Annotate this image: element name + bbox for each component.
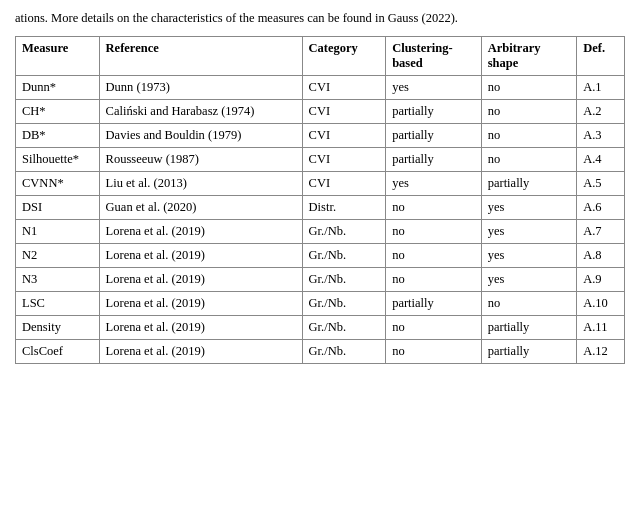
header-def: Def.: [577, 36, 625, 75]
cell-clustering: partially: [386, 123, 482, 147]
cell-arbitrary: yes: [481, 195, 577, 219]
cell-arbitrary: partially: [481, 339, 577, 363]
cell-def: A.11: [577, 315, 625, 339]
cell-def: A.5: [577, 171, 625, 195]
cell-measure: N3: [16, 267, 100, 291]
cell-clustering: no: [386, 195, 482, 219]
cell-def: A.1: [577, 75, 625, 99]
cell-reference: Liu et al. (2013): [99, 171, 302, 195]
table-row: LSCLorena et al. (2019)Gr./Nb.partiallyn…: [16, 291, 625, 315]
cell-category: Gr./Nb.: [302, 339, 386, 363]
cell-clustering: no: [386, 243, 482, 267]
table-row: DensityLorena et al. (2019)Gr./Nb.nopart…: [16, 315, 625, 339]
cell-measure: ClsCoef: [16, 339, 100, 363]
cell-reference: Lorena et al. (2019): [99, 315, 302, 339]
cell-clustering: no: [386, 267, 482, 291]
cell-category: Gr./Nb.: [302, 267, 386, 291]
table-row: N2Lorena et al. (2019)Gr./Nb.noyesA.8: [16, 243, 625, 267]
table-row: N1Lorena et al. (2019)Gr./Nb.noyesA.7: [16, 219, 625, 243]
header-category: Category: [302, 36, 386, 75]
cell-category: Gr./Nb.: [302, 315, 386, 339]
cell-clustering: yes: [386, 171, 482, 195]
cell-reference: Lorena et al. (2019): [99, 219, 302, 243]
table-row: ClsCoefLorena et al. (2019)Gr./Nb.nopart…: [16, 339, 625, 363]
header-clustering: Clustering-based: [386, 36, 482, 75]
intro-text: ations. More details on the characterist…: [15, 10, 625, 28]
cell-measure: DB*: [16, 123, 100, 147]
table-row: Dunn*Dunn (1973)CVIyesnoA.1: [16, 75, 625, 99]
table-row: CH*Caliński and Harabasz (1974)CVIpartia…: [16, 99, 625, 123]
cell-arbitrary: partially: [481, 171, 577, 195]
cell-clustering: no: [386, 315, 482, 339]
header-measure: Measure: [16, 36, 100, 75]
cell-arbitrary: yes: [481, 219, 577, 243]
cell-clustering: no: [386, 219, 482, 243]
cell-category: CVI: [302, 75, 386, 99]
cell-def: A.12: [577, 339, 625, 363]
cell-measure: LSC: [16, 291, 100, 315]
cell-clustering: yes: [386, 75, 482, 99]
cell-arbitrary: no: [481, 291, 577, 315]
cell-clustering: partially: [386, 291, 482, 315]
measures-table: Measure Reference Category Clustering-ba…: [15, 36, 625, 364]
cell-def: A.8: [577, 243, 625, 267]
table-row: CVNN*Liu et al. (2013)CVIyespartiallyA.5: [16, 171, 625, 195]
cell-reference: Lorena et al. (2019): [99, 243, 302, 267]
cell-def: A.7: [577, 219, 625, 243]
table-row: DSIGuan et al. (2020)Distr.noyesA.6: [16, 195, 625, 219]
table-row: DB*Davies and Bouldin (1979)CVIpartially…: [16, 123, 625, 147]
table-header-row: Measure Reference Category Clustering-ba…: [16, 36, 625, 75]
cell-category: Distr.: [302, 195, 386, 219]
header-reference: Reference: [99, 36, 302, 75]
cell-def: A.3: [577, 123, 625, 147]
cell-category: CVI: [302, 123, 386, 147]
header-arbitrary: Arbitraryshape: [481, 36, 577, 75]
cell-measure: CVNN*: [16, 171, 100, 195]
cell-def: A.2: [577, 99, 625, 123]
cell-measure: CH*: [16, 99, 100, 123]
cell-arbitrary: partially: [481, 315, 577, 339]
cell-measure: Density: [16, 315, 100, 339]
cell-def: A.9: [577, 267, 625, 291]
cell-reference: Dunn (1973): [99, 75, 302, 99]
cell-def: A.4: [577, 147, 625, 171]
cell-category: Gr./Nb.: [302, 291, 386, 315]
cell-reference: Guan et al. (2020): [99, 195, 302, 219]
cell-reference: Lorena et al. (2019): [99, 339, 302, 363]
cell-measure: DSI: [16, 195, 100, 219]
cell-clustering: partially: [386, 99, 482, 123]
cell-reference: Caliński and Harabasz (1974): [99, 99, 302, 123]
cell-arbitrary: yes: [481, 267, 577, 291]
cell-measure: N2: [16, 243, 100, 267]
cell-measure: N1: [16, 219, 100, 243]
cell-reference: Lorena et al. (2019): [99, 267, 302, 291]
cell-measure: Dunn*: [16, 75, 100, 99]
cell-reference: Rousseeuw (1987): [99, 147, 302, 171]
cell-def: A.6: [577, 195, 625, 219]
table-row: N3Lorena et al. (2019)Gr./Nb.noyesA.9: [16, 267, 625, 291]
cell-arbitrary: yes: [481, 243, 577, 267]
cell-measure: Silhouette*: [16, 147, 100, 171]
cell-clustering: no: [386, 339, 482, 363]
cell-category: CVI: [302, 147, 386, 171]
cell-arbitrary: no: [481, 75, 577, 99]
cell-category: CVI: [302, 99, 386, 123]
cell-arbitrary: no: [481, 123, 577, 147]
cell-category: Gr./Nb.: [302, 219, 386, 243]
cell-arbitrary: no: [481, 99, 577, 123]
cell-arbitrary: no: [481, 147, 577, 171]
cell-category: CVI: [302, 171, 386, 195]
cell-reference: Lorena et al. (2019): [99, 291, 302, 315]
table-row: Silhouette*Rousseeuw (1987)CVIpartiallyn…: [16, 147, 625, 171]
cell-clustering: partially: [386, 147, 482, 171]
cell-def: A.10: [577, 291, 625, 315]
cell-category: Gr./Nb.: [302, 243, 386, 267]
cell-reference: Davies and Bouldin (1979): [99, 123, 302, 147]
